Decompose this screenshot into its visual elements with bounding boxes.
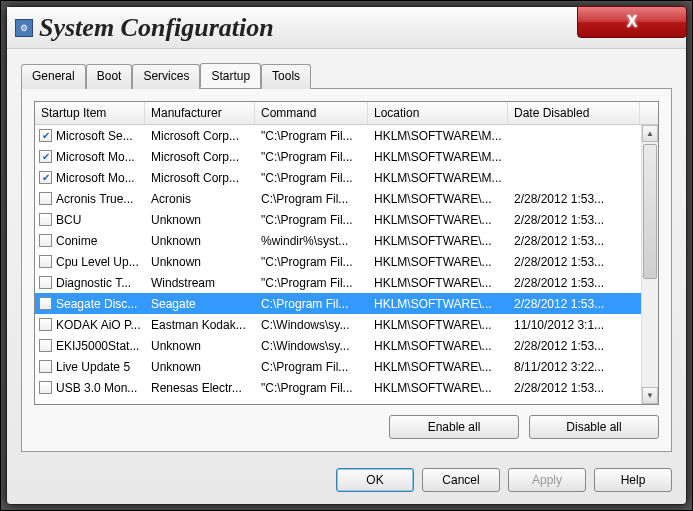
cell-location: HKLM\SOFTWARE\... [368, 381, 508, 395]
listview-body[interactable]: Microsoft Se...Microsoft Corp..."C:\Prog… [35, 125, 658, 404]
cell-location: HKLM\SOFTWARE\... [368, 213, 508, 227]
tab-startup[interactable]: Startup [200, 63, 261, 88]
checkbox[interactable] [39, 150, 52, 163]
cell-command: C:\Windows\sy... [255, 318, 368, 332]
cell-startup-item: Microsoft Mo... [56, 150, 135, 164]
checkbox[interactable] [39, 297, 52, 310]
table-row[interactable]: Microsoft Se...Microsoft Corp..."C:\Prog… [35, 125, 658, 146]
cell-date-disabled: 11/10/2012 3:1... [508, 318, 658, 332]
tab-general[interactable]: General [21, 64, 86, 89]
cell-manufacturer: Unknown [145, 255, 255, 269]
table-row[interactable]: Diagnostic T...Windstream"C:\Program Fil… [35, 272, 658, 293]
table-row[interactable]: Seagate Disc...SeagateC:\Program Fil...H… [35, 293, 658, 314]
cell-location: HKLM\SOFTWARE\... [368, 318, 508, 332]
scroll-down-button[interactable]: ▼ [642, 387, 658, 404]
startup-panel: Startup Item Manufacturer Command Locati… [21, 88, 672, 452]
checkbox[interactable] [39, 234, 52, 247]
col-date-disabled[interactable]: Date Disabled [508, 102, 640, 124]
checkbox[interactable] [39, 129, 52, 142]
cell-manufacturer: Renesas Electr... [145, 381, 255, 395]
titlebar[interactable]: ⚙ System Configuration X [7, 7, 686, 49]
tab-services[interactable]: Services [132, 64, 200, 89]
checkbox[interactable] [39, 255, 52, 268]
checkbox[interactable] [39, 171, 52, 184]
cell-location: HKLM\SOFTWARE\... [368, 339, 508, 353]
cell-date-disabled: 8/11/2012 3:22... [508, 360, 658, 374]
cell-date-disabled: 2/28/2012 1:53... [508, 234, 658, 248]
checkbox[interactable] [39, 213, 52, 226]
cell-startup-item: EKIJ5000Stat... [56, 339, 139, 353]
table-row[interactable]: Microsoft Mo...Microsoft Corp..."C:\Prog… [35, 146, 658, 167]
scroll-track[interactable] [642, 142, 658, 387]
help-button[interactable]: Help [594, 468, 672, 492]
cell-command: "C:\Program Fil... [255, 381, 368, 395]
col-location[interactable]: Location [368, 102, 508, 124]
cell-date-disabled: 2/28/2012 1:53... [508, 276, 658, 290]
vertical-scrollbar[interactable]: ▲ ▼ [641, 125, 658, 404]
cell-manufacturer: Unknown [145, 339, 255, 353]
cell-startup-item: BCU [56, 213, 81, 227]
table-row[interactable]: Cpu Level Up...Unknown"C:\Program Fil...… [35, 251, 658, 272]
cell-manufacturer: Microsoft Corp... [145, 129, 255, 143]
close-icon: X [627, 13, 638, 31]
disable-all-button[interactable]: Disable all [529, 415, 659, 439]
checkbox[interactable] [39, 276, 52, 289]
table-row[interactable]: USB 3.0 Mon...Renesas Electr..."C:\Progr… [35, 377, 658, 398]
cell-startup-item: Cpu Level Up... [56, 255, 139, 269]
cell-manufacturer: Seagate [145, 297, 255, 311]
scroll-up-button[interactable]: ▲ [642, 125, 658, 142]
checkbox[interactable] [39, 318, 52, 331]
enable-all-button[interactable]: Enable all [389, 415, 519, 439]
checkbox[interactable] [39, 360, 52, 373]
cell-startup-item: Live Update 5 [56, 360, 130, 374]
checkbox[interactable] [39, 339, 52, 352]
table-row[interactable]: ConimeUnknown%windir%\syst...HKLM\SOFTWA… [35, 230, 658, 251]
table-row[interactable]: Live Update 5UnknownC:\Program Fil...HKL… [35, 356, 658, 377]
table-row[interactable]: Acronis True...AcronisC:\Program Fil...H… [35, 188, 658, 209]
tab-boot[interactable]: Boot [86, 64, 133, 89]
tab-tools[interactable]: Tools [261, 64, 311, 89]
cell-location: HKLM\SOFTWARE\... [368, 276, 508, 290]
table-row[interactable]: Microsoft Mo...Microsoft Corp..."C:\Prog… [35, 167, 658, 188]
cell-manufacturer: Unknown [145, 360, 255, 374]
startup-listview[interactable]: Startup Item Manufacturer Command Locati… [34, 101, 659, 405]
cell-location: HKLM\SOFTWARE\M... [368, 171, 508, 185]
close-button[interactable]: X [577, 6, 687, 38]
cell-command: C:\Windows\sy... [255, 339, 368, 353]
col-manufacturer[interactable]: Manufacturer [145, 102, 255, 124]
table-row[interactable]: BCUUnknown"C:\Program Fil...HKLM\SOFTWAR… [35, 209, 658, 230]
cell-startup-item: Acronis True... [56, 192, 133, 206]
cell-location: HKLM\SOFTWARE\... [368, 234, 508, 248]
cancel-button[interactable]: Cancel [422, 468, 500, 492]
cell-command: "C:\Program Fil... [255, 213, 368, 227]
ok-button[interactable]: OK [336, 468, 414, 492]
cell-command: "C:\Program Fil... [255, 276, 368, 290]
cell-startup-item: KODAK AiO P... [56, 318, 140, 332]
tabstrip: General Boot Services Startup Tools [21, 63, 672, 88]
cell-startup-item: Diagnostic T... [56, 276, 131, 290]
scroll-thumb[interactable] [643, 144, 657, 279]
cell-manufacturer: Acronis [145, 192, 255, 206]
listview-header: Startup Item Manufacturer Command Locati… [35, 102, 658, 125]
cell-location: HKLM\SOFTWARE\... [368, 192, 508, 206]
cell-command: C:\Program Fil... [255, 192, 368, 206]
apply-button[interactable]: Apply [508, 468, 586, 492]
cell-command: C:\Program Fil... [255, 360, 368, 374]
checkbox[interactable] [39, 381, 52, 394]
cell-manufacturer: Unknown [145, 213, 255, 227]
table-row[interactable]: KODAK AiO P...Eastman Kodak...C:\Windows… [35, 314, 658, 335]
checkbox[interactable] [39, 192, 52, 205]
cell-command: "C:\Program Fil... [255, 129, 368, 143]
cell-location: HKLM\SOFTWARE\M... [368, 129, 508, 143]
table-row[interactable]: EKIJ5000Stat...UnknownC:\Windows\sy...HK… [35, 335, 658, 356]
col-scroll-spacer [640, 102, 658, 124]
cell-command: "C:\Program Fil... [255, 255, 368, 269]
cell-date-disabled: 2/28/2012 1:53... [508, 255, 658, 269]
cell-manufacturer: Microsoft Corp... [145, 150, 255, 164]
col-command[interactable]: Command [255, 102, 368, 124]
window-body: General Boot Services Startup Tools Star… [7, 49, 686, 460]
col-startup-item[interactable]: Startup Item [35, 102, 145, 124]
cell-date-disabled: 2/28/2012 1:53... [508, 213, 658, 227]
app-icon: ⚙ [15, 19, 33, 37]
cell-command: "C:\Program Fil... [255, 171, 368, 185]
